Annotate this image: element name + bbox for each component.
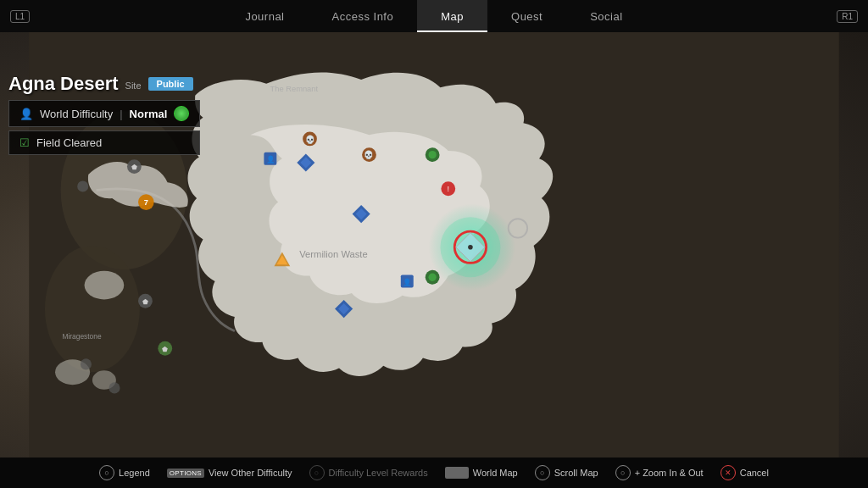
journal-tab-label: Journal xyxy=(245,10,284,23)
legend-label: Legend xyxy=(119,468,150,478)
l1-badge: L1 xyxy=(10,10,30,23)
scroll-map-icon: ○ xyxy=(535,465,550,480)
location-info-panel: Agna Desert Site Public 👤 World Difficul… xyxy=(8,73,200,155)
difficulty-value: Normal xyxy=(130,108,168,120)
difficulty-indicator xyxy=(174,106,189,121)
legend-icon: ○ xyxy=(99,465,114,480)
difficulty-rewards-icon: ○ xyxy=(309,465,325,480)
world-map-label: World Map xyxy=(473,468,518,478)
top-navigation: L1 Journal Access Info Map Quest Social … xyxy=(0,0,868,32)
tab-social[interactable]: Social xyxy=(566,0,646,32)
quest-tab-label: Quest xyxy=(511,10,542,23)
right-bumper-button[interactable]: R1 xyxy=(837,10,858,23)
bottom-action-bar: ○ Legend OPTIONS View Other Difficulty ○… xyxy=(0,458,868,488)
svg-text:!: ! xyxy=(447,185,449,193)
svg-text:💀: 💀 xyxy=(305,135,315,145)
scroll-map-label: Scroll Map xyxy=(554,468,598,478)
svg-text:👤: 👤 xyxy=(403,278,412,287)
access-info-tab-label: Access Info xyxy=(332,10,394,23)
world-difficulty-icon: 👤 xyxy=(19,108,33,120)
site-label: Site xyxy=(125,80,142,91)
map-tab-label: Map xyxy=(441,10,464,23)
tab-map[interactable]: Map xyxy=(417,0,487,32)
svg-point-44 xyxy=(77,180,88,191)
field-cleared-panel: ☑ Field Cleared xyxy=(8,130,200,155)
svg-text:Vermilion Waste: Vermilion Waste xyxy=(299,249,367,259)
svg-point-34 xyxy=(428,151,436,158)
view-difficulty-label: View Other Difficulty xyxy=(209,468,292,478)
view-difficulty-action[interactable]: OPTIONS View Other Difficulty xyxy=(167,468,292,478)
tab-journal[interactable]: Journal xyxy=(221,0,308,32)
svg-text:Miragestone: Miragestone xyxy=(62,332,101,341)
svg-point-45 xyxy=(81,358,92,369)
r1-badge: R1 xyxy=(837,10,858,23)
public-badge: Public xyxy=(148,77,193,91)
svg-point-3 xyxy=(85,271,125,300)
difficulty-panel: 👤 World Difficulty | Normal xyxy=(8,100,200,127)
cancel-label: Cancel xyxy=(740,468,769,478)
field-cleared-label: Field Cleared xyxy=(36,136,102,149)
left-bumper-button[interactable]: L1 xyxy=(10,10,30,23)
zoom-action[interactable]: ○ + Zoom In & Out xyxy=(615,465,704,480)
map-area: Vermilion Waste The Remnant 💀 xyxy=(0,32,868,458)
cancel-action[interactable]: ✕ Cancel xyxy=(721,465,769,480)
legend-action: ○ Legend xyxy=(99,465,150,480)
svg-text:⬟: ⬟ xyxy=(142,297,148,306)
tab-quest[interactable]: Quest xyxy=(487,0,566,32)
svg-point-36 xyxy=(428,274,436,281)
svg-text:The Remnant: The Remnant xyxy=(270,85,319,93)
social-tab-label: Social xyxy=(590,10,622,23)
cancel-icon: ✕ xyxy=(721,465,736,480)
svg-text:⬟: ⬟ xyxy=(131,163,137,171)
zoom-label: + Zoom In & Out xyxy=(635,468,704,478)
location-name: Agna Desert xyxy=(8,73,119,95)
zoom-icon: ○ xyxy=(615,465,631,480)
world-map-icon xyxy=(445,467,469,479)
check-icon: ☑ xyxy=(19,136,30,149)
svg-point-2 xyxy=(45,246,140,372)
svg-point-42 xyxy=(468,245,473,250)
svg-text:👤: 👤 xyxy=(266,155,275,164)
svg-point-46 xyxy=(109,382,120,393)
location-title-bar: Agna Desert Site Public xyxy=(8,73,200,95)
options-badge: OPTIONS xyxy=(167,469,204,478)
tab-access-info[interactable]: Access Info xyxy=(309,0,418,32)
scroll-map-action[interactable]: ○ Scroll Map xyxy=(535,465,598,480)
world-map-action[interactable]: World Map xyxy=(445,467,518,479)
world-difficulty-label: World Difficulty xyxy=(40,108,113,120)
difficulty-divider: | xyxy=(120,108,122,120)
svg-text:💀: 💀 xyxy=(364,150,374,160)
svg-text:⬟: ⬟ xyxy=(162,345,168,353)
svg-text:7: 7 xyxy=(144,198,148,207)
difficulty-rewards-label: Difficulty Level Rewards xyxy=(329,468,428,478)
difficulty-rewards-action: ○ Difficulty Level Rewards xyxy=(309,465,428,480)
